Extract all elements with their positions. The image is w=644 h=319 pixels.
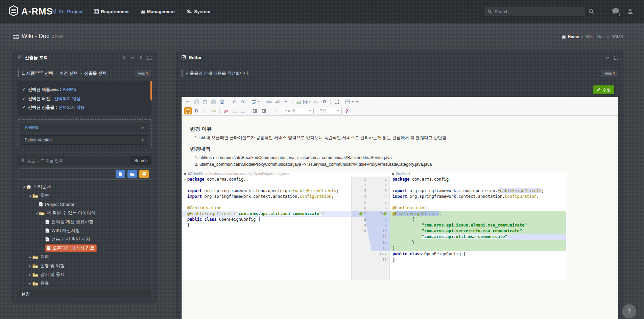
special-char-icon[interactable]: Ω bbox=[320, 98, 328, 105]
check-icon: ✔ bbox=[22, 85, 25, 94]
tree-item[interactable]: Project Charter bbox=[19, 200, 150, 209]
paste-text-icon[interactable]: A bbox=[210, 98, 217, 105]
gutter-icon: ✓ bbox=[385, 251, 387, 257]
numbered-list-icon[interactable]: 1.2. bbox=[231, 107, 238, 114]
diff-right-pane[interactable]: package com.arms.config;import org.sprin… bbox=[390, 177, 566, 280]
maximize-icon[interactable] bbox=[333, 98, 340, 105]
wiki-tree: ◢위키문서◢착수Project Charter◢더 잘할 수 있는 아이디어편의… bbox=[18, 168, 151, 290]
diff-code-line bbox=[182, 200, 351, 205]
expand-icon[interactable] bbox=[614, 56, 618, 60]
remove-button[interactable] bbox=[139, 170, 149, 178]
anchor-flag-icon[interactable]: ⚑ bbox=[282, 98, 290, 105]
style-select[interactable]: 스타일▼ bbox=[282, 108, 314, 114]
editor-panel: Editor 산출물의 상세 내용을 작성합니다. Help? 수정 ✂ A W… bbox=[177, 51, 623, 319]
help-button[interactable]: Help? bbox=[135, 70, 151, 77]
image-icon[interactable] bbox=[295, 98, 302, 105]
chevron-left-icon[interactable] bbox=[123, 56, 126, 59]
tree-item[interactable]: ◢더 잘할 수 있는 아이디어 bbox=[19, 209, 150, 217]
new-doc-button[interactable] bbox=[116, 170, 125, 178]
diff-code-line bbox=[182, 268, 351, 274]
tree-item[interactable]: 편의성 개선 필요사항 bbox=[19, 217, 150, 226]
outdent-icon[interactable] bbox=[252, 107, 259, 114]
selection-summary: ✔선택된 제품서비스 :A-RMS✔선택된 버전 :선택되지 않음✔선택된 산출… bbox=[18, 81, 151, 115]
collapse-square-icon[interactable] bbox=[392, 173, 394, 175]
nav-item-requirement[interactable]: Requirement bbox=[94, 9, 129, 14]
description-bar[interactable]: 설명 bbox=[18, 290, 151, 298]
remove-format-icon[interactable] bbox=[222, 107, 230, 114]
expand-icon[interactable] bbox=[147, 56, 151, 60]
chevron-down-icon[interactable] bbox=[606, 56, 609, 59]
tree-item[interactable]: ▸감시 및 통제 bbox=[19, 270, 150, 279]
cut-icon[interactable]: ✂ bbox=[184, 98, 192, 105]
chevron-down-icon[interactable] bbox=[131, 56, 134, 59]
paste-word-icon[interactable]: W bbox=[218, 98, 225, 105]
indent-icon[interactable] bbox=[260, 107, 267, 114]
unlink-icon[interactable] bbox=[274, 98, 281, 105]
tree-item[interactable]: 오픈페인 패키지 경로 bbox=[19, 244, 150, 252]
tree-item[interactable]: ◢착수 bbox=[19, 191, 150, 200]
breadcrumb-item[interactable]: Wiki - Doc bbox=[586, 34, 604, 39]
spellcheck-icon[interactable]: ABC ▼ bbox=[252, 98, 260, 105]
strikethrough-icon[interactable]: abc bbox=[210, 107, 217, 114]
breadcrumb-item[interactable]: ADMS bbox=[611, 34, 623, 39]
tree-item[interactable]: ▸기획 bbox=[19, 252, 150, 261]
diff-code-line: import org.springframework.context.annot… bbox=[390, 194, 566, 200]
nav-item-system[interactable]: System bbox=[186, 9, 210, 14]
node-search-input[interactable]: 찾을 노드 이름 입력 bbox=[18, 156, 130, 165]
user-icon[interactable] bbox=[627, 8, 633, 16]
horizontal-rule-icon[interactable] bbox=[312, 98, 319, 105]
nav-item-management[interactable]: Management bbox=[140, 9, 175, 14]
tree-item[interactable]: 성능 개선 확인 사항 bbox=[19, 235, 150, 244]
brand-logo[interactable]: A-RMS bbox=[9, 5, 53, 18]
tree-open-marker[interactable]: ◢ bbox=[21, 185, 26, 188]
tree-item[interactable]: ◢위키문서 bbox=[19, 182, 150, 191]
format-select[interactable]: 문단▼ bbox=[317, 108, 342, 114]
collapse-square-icon[interactable] bbox=[184, 173, 186, 175]
editor-content[interactable]: 변경 이유 util 의 오픈페인 클라이언트가 공통적인 서비스 영역으로 있… bbox=[182, 116, 618, 280]
copy-icon[interactable] bbox=[193, 98, 200, 105]
tree-item[interactable]: ▸실행 및 이행 bbox=[19, 261, 150, 270]
scroll-to-top-button[interactable] bbox=[622, 304, 636, 318]
chevron-right-icon[interactable] bbox=[139, 56, 142, 59]
tree-closed-marker[interactable]: ▸ bbox=[28, 255, 32, 259]
nav-item-ai-project[interactable]: Ai - Project bbox=[51, 9, 82, 14]
diff-code-line: @EnableFeignClients( bbox=[390, 211, 566, 217]
diff-left-pane[interactable]: ✓✓package com.arms.config;import org.spr… bbox=[182, 177, 351, 280]
italic-icon[interactable]: I bbox=[201, 107, 209, 114]
source-button[interactable]: 소스 bbox=[345, 98, 359, 105]
breadcrumb-item[interactable]: Home bbox=[562, 34, 579, 39]
modify-button[interactable]: 수정 bbox=[593, 85, 614, 94]
tree-item[interactable]: ▸종료 bbox=[19, 279, 150, 288]
tree-closed-marker[interactable]: ▸ bbox=[28, 273, 32, 276]
blockquote-icon[interactable]: ” bbox=[272, 108, 280, 115]
version-select[interactable]: Select Version▼ bbox=[21, 135, 148, 145]
search-submit-icon[interactable] bbox=[589, 9, 594, 16]
tree-item-selected[interactable]: 오픈페인 패키지 경로 bbox=[45, 244, 97, 252]
tree-item[interactable]: WIKI 개선사항 bbox=[19, 226, 150, 235]
diff-code-line: import org.springframework.cloud.openfei… bbox=[182, 188, 351, 194]
table-icon[interactable]: ▼ bbox=[303, 98, 311, 105]
table-icon bbox=[94, 9, 99, 14]
node-search-button[interactable]: Search bbox=[130, 156, 151, 165]
editor-help-icon[interactable]: ? bbox=[345, 108, 348, 114]
diff-code-line bbox=[390, 182, 566, 188]
diff-code-line bbox=[390, 263, 566, 268]
link-icon[interactable] bbox=[265, 98, 273, 105]
diff-gutter-row: 33 bbox=[352, 188, 389, 194]
svg-text:A: A bbox=[212, 101, 214, 104]
tree-closed-marker[interactable]: ▸ bbox=[28, 264, 32, 268]
help-button[interactable]: Help? bbox=[601, 70, 618, 77]
navbar-search-input[interactable]: Search... bbox=[484, 7, 586, 17]
tree-closed-marker[interactable]: ▸ bbox=[28, 282, 32, 285]
paste-icon[interactable] bbox=[201, 98, 209, 105]
tree-open-marker[interactable]: ◢ bbox=[28, 194, 32, 197]
open-folder-button[interactable] bbox=[127, 170, 137, 178]
undo-icon[interactable]: ↶ bbox=[231, 98, 238, 105]
product-select[interactable]: A-RMS▼ bbox=[21, 123, 148, 132]
tree-open-marker[interactable]: ◢ bbox=[34, 212, 39, 215]
blocks-icon[interactable] bbox=[184, 107, 192, 114]
comments-icon[interactable]: 3 bbox=[612, 8, 621, 16]
bold-icon[interactable]: B bbox=[193, 107, 200, 114]
bulleted-list-icon[interactable] bbox=[239, 107, 246, 114]
redo-icon[interactable]: ↷ bbox=[239, 98, 246, 105]
